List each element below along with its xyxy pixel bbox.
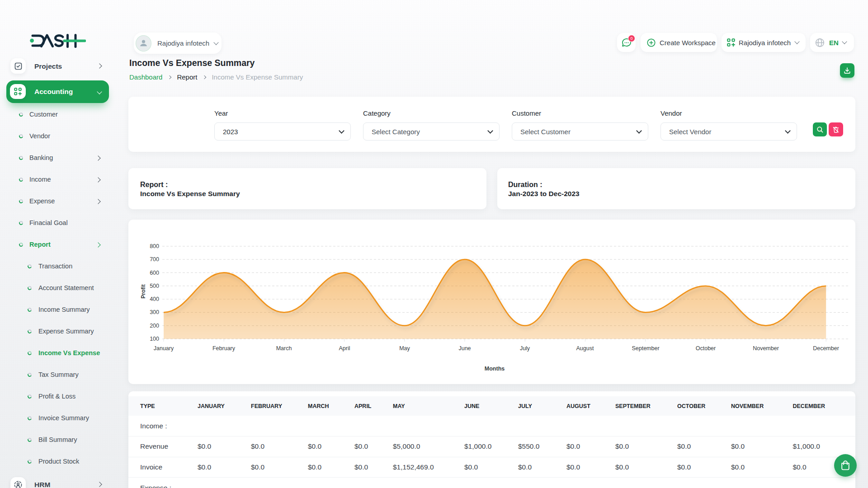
svg-text:July: July bbox=[520, 345, 530, 352]
svg-text:October: October bbox=[696, 345, 716, 352]
svg-text:December: December bbox=[813, 345, 839, 352]
svg-text:November: November bbox=[753, 345, 779, 352]
svg-text:June: June bbox=[458, 345, 471, 352]
svg-text:February: February bbox=[212, 345, 236, 352]
svg-text:August: August bbox=[576, 345, 594, 352]
svg-text:April: April bbox=[339, 345, 350, 352]
svg-text:100: 100 bbox=[150, 336, 159, 342]
svg-text:400: 400 bbox=[150, 296, 159, 302]
svg-text:March: March bbox=[276, 345, 292, 352]
svg-text:500: 500 bbox=[150, 283, 159, 289]
svg-text:January: January bbox=[154, 345, 174, 352]
svg-text:May: May bbox=[399, 345, 410, 352]
svg-text:September: September bbox=[632, 345, 659, 352]
svg-text:Months: Months bbox=[485, 366, 505, 372]
svg-text:700: 700 bbox=[150, 256, 159, 263]
svg-text:800: 800 bbox=[150, 243, 159, 249]
svg-text:300: 300 bbox=[150, 309, 159, 315]
svg-text:200: 200 bbox=[150, 323, 159, 329]
svg-text:Profit: Profit bbox=[140, 284, 146, 298]
svg-text:600: 600 bbox=[150, 270, 159, 276]
